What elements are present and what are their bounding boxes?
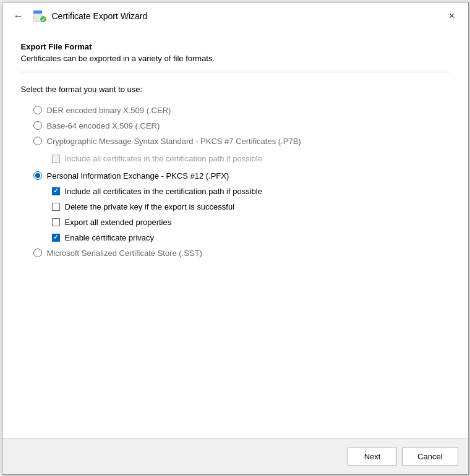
checkbox-pfx-delete-label: Delete the private key if the export is … [65, 202, 235, 211]
close-button[interactable]: × [443, 7, 461, 25]
checkbox-pfx-include[interactable] [52, 187, 60, 195]
checkbox-item-cms-include[interactable]: Include all certificates in the certific… [52, 151, 450, 166]
checkbox-pfx-export-label: Export all extended properties [65, 218, 172, 227]
radio-sst-label: Microsoft Serialized Certificate Store (… [47, 249, 202, 258]
radio-pfx-label: Personal Information Exchange - PKCS #12… [47, 171, 229, 181]
radio-cms-label: Cryptographic Message Syntax Standard - … [47, 137, 301, 146]
title-bar-left: ← ✓ Certificate Export Wizard [10, 9, 443, 23]
format-radio-group: DER encoded binary X.509 (.CER) Base-64 … [21, 103, 450, 261]
radio-sst[interactable] [33, 249, 42, 257]
radio-base64[interactable] [33, 121, 42, 130]
radio-item-sst[interactable]: Microsoft Serialized Certificate Store (… [21, 245, 450, 261]
checkbox-item-pfx-export[interactable]: Export all extended properties [52, 215, 450, 230]
title-bar: ← ✓ Certificate Export Wizard × [2, 2, 468, 30]
section-title: Export File Format [21, 42, 450, 51]
checkbox-cms-include[interactable] [52, 155, 60, 163]
radio-der-label: DER encoded binary X.509 (.CER) [47, 106, 171, 115]
svg-text:✓: ✓ [41, 17, 45, 23]
footer: Next Cancel [2, 438, 468, 474]
select-label: Select the format you want to use: [21, 85, 450, 94]
svg-rect-1 [33, 11, 42, 14]
checkbox-pfx-export[interactable] [52, 218, 60, 226]
dialog-window: ← ✓ Certificate Export Wizard × Export F… [2, 2, 469, 475]
wizard-icon: ✓ [32, 9, 47, 23]
divider [21, 72, 450, 72]
checkbox-pfx-delete[interactable] [52, 203, 60, 211]
radio-item-base64[interactable]: Base-64 encoded X.509 (.CER) [21, 118, 450, 134]
radio-der[interactable] [33, 106, 42, 114]
checkbox-pfx-privacy[interactable] [52, 234, 60, 242]
next-button[interactable]: Next [348, 448, 397, 465]
dialog-title: Certificate Export Wizard [52, 11, 148, 21]
checkbox-item-pfx-privacy[interactable]: Enable certificate privacy [52, 230, 450, 245]
section-subtitle: Certificates can be exported in a variet… [21, 54, 450, 63]
radio-pfx[interactable] [33, 171, 42, 180]
radio-base64-label: Base-64 encoded X.509 (.CER) [47, 121, 160, 130]
pfx-sub-options: Include all certificates in the certific… [52, 184, 450, 245]
radio-item-pfx[interactable]: Personal Information Exchange - PKCS #12… [21, 168, 450, 184]
cancel-button[interactable]: Cancel [402, 448, 458, 465]
checkbox-item-pfx-include[interactable]: Include all certificates in the certific… [52, 184, 450, 199]
checkbox-item-pfx-delete[interactable]: Delete the private key if the export is … [52, 199, 450, 215]
radio-cms[interactable] [33, 137, 42, 145]
checkbox-cms-include-label: Include all certificates in the certific… [65, 154, 262, 163]
radio-item-der[interactable]: DER encoded binary X.509 (.CER) [21, 103, 450, 118]
radio-item-cms[interactable]: Cryptographic Message Syntax Standard - … [21, 134, 450, 149]
content-area: Export File Format Certificates can be e… [2, 30, 468, 438]
checkbox-pfx-include-label: Include all certificates in the certific… [65, 187, 262, 196]
checkbox-pfx-privacy-label: Enable certificate privacy [65, 233, 155, 242]
back-button[interactable]: ← [10, 10, 27, 22]
